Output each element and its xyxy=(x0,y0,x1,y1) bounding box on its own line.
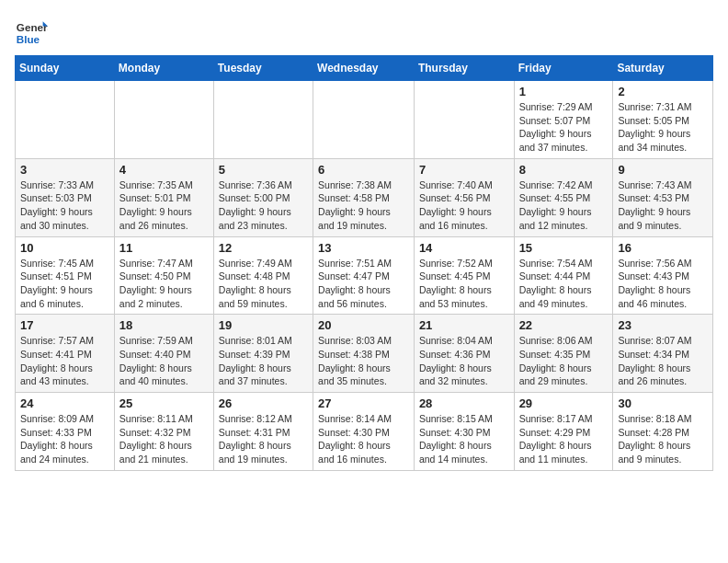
day-info: Sunrise: 8:06 AM Sunset: 4:35 PM Dayligh… xyxy=(519,334,609,388)
day-info: Sunrise: 8:01 AM Sunset: 4:39 PM Dayligh… xyxy=(219,334,308,388)
day-info: Sunrise: 7:54 AM Sunset: 4:44 PM Dayligh… xyxy=(519,257,609,311)
day-number: 10 xyxy=(20,241,109,255)
day-info: Sunrise: 7:40 AM Sunset: 4:56 PM Dayligh… xyxy=(419,178,509,233)
day-cell: 21Sunrise: 8:04 AM Sunset: 4:36 PM Dayli… xyxy=(414,315,514,393)
day-info: Sunrise: 8:18 AM Sunset: 4:28 PM Dayligh… xyxy=(618,412,708,466)
day-number: 14 xyxy=(419,241,509,255)
day-cell: 10Sunrise: 7:45 AM Sunset: 4:51 PM Dayli… xyxy=(16,236,115,315)
day-info: Sunrise: 7:47 AM Sunset: 4:50 PM Dayligh… xyxy=(119,257,209,311)
day-info: Sunrise: 8:15 AM Sunset: 4:30 PM Dayligh… xyxy=(419,412,509,466)
day-cell: 1Sunrise: 7:29 AM Sunset: 5:07 PM Daylig… xyxy=(514,81,613,159)
day-cell: 17Sunrise: 7:57 AM Sunset: 4:41 PM Dayli… xyxy=(16,315,115,393)
day-info: Sunrise: 8:12 AM Sunset: 4:31 PM Dayligh… xyxy=(219,412,308,466)
column-header-friday: Friday xyxy=(514,56,613,81)
calendar-body: 1Sunrise: 7:29 AM Sunset: 5:07 PM Daylig… xyxy=(16,81,713,471)
day-number: 4 xyxy=(119,163,209,177)
day-number: 27 xyxy=(318,396,409,410)
day-number: 24 xyxy=(20,396,109,410)
day-info: Sunrise: 8:04 AM Sunset: 4:36 PM Dayligh… xyxy=(419,334,509,388)
day-number: 22 xyxy=(519,318,609,332)
week-row-5: 24Sunrise: 8:09 AM Sunset: 4:33 PM Dayli… xyxy=(16,393,713,471)
day-cell: 14Sunrise: 7:52 AM Sunset: 4:45 PM Dayli… xyxy=(414,236,514,315)
day-cell: 19Sunrise: 8:01 AM Sunset: 4:39 PM Dayli… xyxy=(213,315,313,393)
day-cell: 7Sunrise: 7:40 AM Sunset: 4:56 PM Daylig… xyxy=(414,158,514,236)
logo: General Blue xyxy=(15,15,51,48)
day-number: 26 xyxy=(219,396,308,410)
day-cell xyxy=(414,81,514,159)
day-cell: 6Sunrise: 7:38 AM Sunset: 4:58 PM Daylig… xyxy=(313,158,415,236)
header: General Blue xyxy=(15,15,713,48)
day-info: Sunrise: 7:36 AM Sunset: 5:00 PM Dayligh… xyxy=(219,178,308,233)
day-info: Sunrise: 7:31 AM Sunset: 5:05 PM Dayligh… xyxy=(618,100,708,155)
day-cell: 28Sunrise: 8:15 AM Sunset: 4:30 PM Dayli… xyxy=(414,393,514,471)
logo-icon: General Blue xyxy=(15,15,48,48)
day-number: 5 xyxy=(219,163,308,177)
day-number: 16 xyxy=(618,241,708,255)
day-info: Sunrise: 7:56 AM Sunset: 4:43 PM Dayligh… xyxy=(618,257,708,311)
day-cell: 29Sunrise: 8:17 AM Sunset: 4:29 PM Dayli… xyxy=(514,393,613,471)
column-header-monday: Monday xyxy=(114,56,213,81)
day-info: Sunrise: 7:51 AM Sunset: 4:47 PM Dayligh… xyxy=(318,257,409,311)
day-number: 28 xyxy=(419,396,509,410)
day-cell: 3Sunrise: 7:33 AM Sunset: 5:03 PM Daylig… xyxy=(16,158,115,236)
day-info: Sunrise: 8:14 AM Sunset: 4:30 PM Dayligh… xyxy=(318,412,409,466)
column-header-saturday: Saturday xyxy=(613,56,713,81)
day-number: 29 xyxy=(519,396,609,410)
day-info: Sunrise: 7:45 AM Sunset: 4:51 PM Dayligh… xyxy=(20,257,109,311)
day-cell: 20Sunrise: 8:03 AM Sunset: 4:38 PM Dayli… xyxy=(313,315,415,393)
day-info: Sunrise: 8:17 AM Sunset: 4:29 PM Dayligh… xyxy=(519,412,609,466)
day-cell: 26Sunrise: 8:12 AM Sunset: 4:31 PM Dayli… xyxy=(213,393,313,471)
day-cell: 27Sunrise: 8:14 AM Sunset: 4:30 PM Dayli… xyxy=(313,393,415,471)
day-info: Sunrise: 7:42 AM Sunset: 4:55 PM Dayligh… xyxy=(519,178,609,233)
day-number: 23 xyxy=(618,318,708,332)
day-info: Sunrise: 8:07 AM Sunset: 4:34 PM Dayligh… xyxy=(618,334,708,388)
day-info: Sunrise: 7:38 AM Sunset: 4:58 PM Dayligh… xyxy=(318,178,409,233)
week-row-2: 3Sunrise: 7:33 AM Sunset: 5:03 PM Daylig… xyxy=(16,158,713,236)
day-cell: 11Sunrise: 7:47 AM Sunset: 4:50 PM Dayli… xyxy=(114,236,213,315)
header-row: SundayMondayTuesdayWednesdayThursdayFrid… xyxy=(16,56,713,81)
day-cell: 13Sunrise: 7:51 AM Sunset: 4:47 PM Dayli… xyxy=(313,236,415,315)
day-number: 11 xyxy=(119,241,209,255)
day-number: 17 xyxy=(20,318,109,332)
day-number: 15 xyxy=(519,241,609,255)
day-info: Sunrise: 8:03 AM Sunset: 4:38 PM Dayligh… xyxy=(318,334,409,388)
day-cell: 22Sunrise: 8:06 AM Sunset: 4:35 PM Dayli… xyxy=(514,315,613,393)
day-cell: 18Sunrise: 7:59 AM Sunset: 4:40 PM Dayli… xyxy=(114,315,213,393)
day-cell: 30Sunrise: 8:18 AM Sunset: 4:28 PM Dayli… xyxy=(613,393,713,471)
day-number: 18 xyxy=(119,318,209,332)
day-cell: 8Sunrise: 7:42 AM Sunset: 4:55 PM Daylig… xyxy=(514,158,613,236)
day-info: Sunrise: 7:59 AM Sunset: 4:40 PM Dayligh… xyxy=(119,334,209,388)
day-number: 30 xyxy=(618,396,708,410)
column-header-tuesday: Tuesday xyxy=(213,56,313,81)
day-info: Sunrise: 7:33 AM Sunset: 5:03 PM Dayligh… xyxy=(20,178,109,233)
day-cell: 5Sunrise: 7:36 AM Sunset: 5:00 PM Daylig… xyxy=(213,158,313,236)
day-number: 1 xyxy=(519,85,609,98)
column-header-thursday: Thursday xyxy=(414,56,514,81)
day-number: 13 xyxy=(318,241,409,255)
day-info: Sunrise: 7:52 AM Sunset: 4:45 PM Dayligh… xyxy=(419,257,509,311)
calendar-header: SundayMondayTuesdayWednesdayThursdayFrid… xyxy=(16,56,713,81)
svg-text:Blue: Blue xyxy=(17,33,40,45)
day-cell xyxy=(114,81,213,159)
day-cell: 12Sunrise: 7:49 AM Sunset: 4:48 PM Dayli… xyxy=(213,236,313,315)
day-cell: 16Sunrise: 7:56 AM Sunset: 4:43 PM Dayli… xyxy=(613,236,713,315)
day-number: 19 xyxy=(219,318,308,332)
day-number: 6 xyxy=(318,163,409,177)
day-info: Sunrise: 7:43 AM Sunset: 4:53 PM Dayligh… xyxy=(618,178,708,233)
calendar-table: SundayMondayTuesdayWednesdayThursdayFrid… xyxy=(15,55,713,471)
column-header-wednesday: Wednesday xyxy=(313,56,415,81)
day-number: 7 xyxy=(419,163,509,177)
day-cell xyxy=(213,81,313,159)
week-row-1: 1Sunrise: 7:29 AM Sunset: 5:07 PM Daylig… xyxy=(16,81,713,159)
day-number: 25 xyxy=(119,396,209,410)
day-info: Sunrise: 7:35 AM Sunset: 5:01 PM Dayligh… xyxy=(119,178,209,233)
day-info: Sunrise: 7:57 AM Sunset: 4:41 PM Dayligh… xyxy=(20,334,109,388)
day-cell: 23Sunrise: 8:07 AM Sunset: 4:34 PM Dayli… xyxy=(613,315,713,393)
week-row-4: 17Sunrise: 7:57 AM Sunset: 4:41 PM Dayli… xyxy=(16,315,713,393)
day-cell xyxy=(16,81,115,159)
day-cell: 4Sunrise: 7:35 AM Sunset: 5:01 PM Daylig… xyxy=(114,158,213,236)
day-info: Sunrise: 7:49 AM Sunset: 4:48 PM Dayligh… xyxy=(219,257,308,311)
day-cell xyxy=(313,81,415,159)
day-info: Sunrise: 7:29 AM Sunset: 5:07 PM Dayligh… xyxy=(519,100,609,155)
column-header-sunday: Sunday xyxy=(16,56,115,81)
